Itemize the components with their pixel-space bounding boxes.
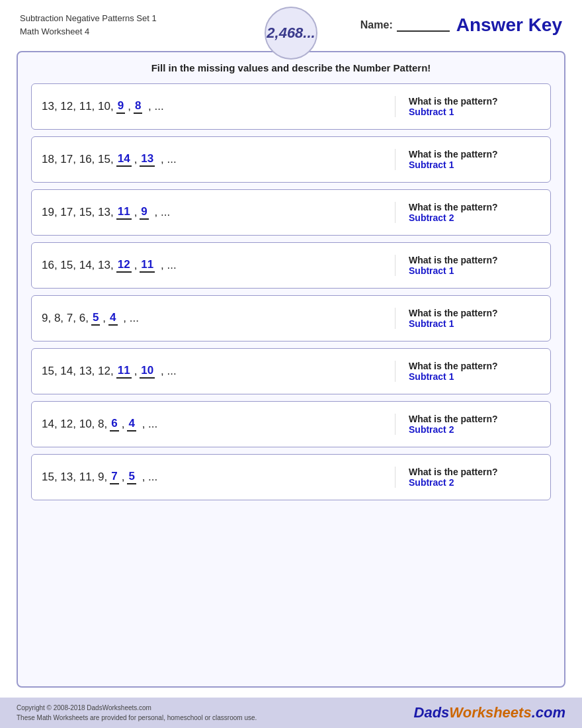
brand-com: .com — [532, 704, 565, 721]
what-is-pattern-5: What is the pattern? — [409, 308, 498, 318]
subtitle2: Math Worksheet 4 — [20, 25, 291, 38]
instructions: Fill in the missing values and describe … — [31, 62, 551, 73]
problem-row-5: 9, 8, 7, 6, 5 , 4 , ... What is the patt… — [31, 295, 551, 341]
answer-part-1: What is the pattern? Subtract 1 — [395, 96, 540, 117]
blank1-2: 14 — [116, 152, 132, 167]
blank2-6: 10 — [140, 364, 155, 379]
suffix-3: , ... — [151, 206, 170, 219]
answer-part-2: What is the pattern? Subtract 1 — [395, 149, 540, 170]
header-right: Name: Answer Key — [291, 15, 562, 36]
blank2-4: 11 — [140, 258, 155, 273]
pattern-answer-7: Subtract 2 — [409, 424, 454, 435]
footer: Copyright © 2008-2018 DadsWorksheets.com… — [0, 698, 582, 728]
blank1-3: 11 — [116, 205, 132, 220]
prefix-3: 19, 17, 15, 13, — [42, 206, 114, 219]
problem-row-3: 19, 17, 15, 13, 11 , 9 , ... What is the… — [31, 189, 551, 236]
blank2-3: 9 — [140, 205, 148, 220]
brand-dads: Dads — [414, 704, 450, 721]
problem-row-2: 18, 17, 16, 15, 14 , 13 , ... What is th… — [31, 136, 551, 183]
comma-4: , — [134, 259, 138, 272]
name-section: Name: — [360, 19, 450, 32]
sequence-4: 16, 15, 14, 13, 12 , 11 , ... — [42, 258, 395, 273]
comma-6: , — [134, 365, 138, 378]
sequence-1: 13, 12, 11, 10, 9 , 8 , ... — [42, 99, 395, 114]
name-line[interactable] — [397, 19, 450, 32]
comma-8: , — [122, 471, 125, 484]
blank2-2: 13 — [140, 152, 155, 167]
pattern-answer-4: Subtract 1 — [409, 265, 454, 276]
blank2-5: 4 — [108, 311, 117, 326]
blank1-5: 5 — [91, 311, 100, 326]
what-is-pattern-7: What is the pattern? — [409, 414, 498, 424]
pattern-answer-3: Subtract 2 — [409, 212, 454, 223]
disclaimer: These Math Worksheets are provided for p… — [17, 713, 257, 723]
problems-container: 13, 12, 11, 10, 9 , 8 , ... What is the … — [31, 83, 551, 500]
sequence-7: 14, 12, 10, 8, 6 , 4 , ... — [42, 417, 395, 432]
copyright: Copyright © 2008-2018 DadsWorksheets.com — [17, 703, 257, 713]
prefix-4: 16, 15, 14, 13, — [42, 259, 114, 272]
pattern-answer-8: Subtract 2 — [409, 477, 454, 488]
pattern-answer-6: Subtract 1 — [409, 371, 454, 382]
comma-1: , — [128, 100, 131, 113]
prefix-2: 18, 17, 16, 15, — [42, 153, 114, 166]
pattern-answer-1: Subtract 1 — [409, 107, 454, 117]
what-is-pattern-3: What is the pattern? — [409, 202, 498, 212]
answer-part-7: What is the pattern? Subtract 2 — [395, 414, 540, 435]
subtitle1: Subtraction Negative Patterns Set 1 — [20, 12, 291, 25]
header-center: 2,468... — [265, 7, 317, 60]
prefix-1: 13, 12, 11, 10, — [42, 100, 114, 113]
answer-part-8: What is the pattern? Subtract 2 — [395, 467, 540, 488]
problem-row-8: 15, 13, 11, 9, 7 , 5 , ... What is the p… — [31, 454, 551, 500]
suffix-8: , ... — [139, 471, 157, 484]
brand-worksheets: Worksheets — [449, 704, 531, 721]
sequence-8: 15, 13, 11, 9, 7 , 5 , ... — [42, 470, 395, 484]
problem-row-1: 13, 12, 11, 10, 9 , 8 , ... What is the … — [31, 83, 551, 130]
page: Subtraction Negative Patterns Set 1 Math… — [0, 0, 582, 728]
answer-part-5: What is the pattern? Subtract 1 — [395, 308, 540, 329]
footer-brand: DadsWorksheets.com — [414, 704, 565, 721]
answer-part-3: What is the pattern? Subtract 2 — [395, 202, 540, 223]
blank1-8: 7 — [110, 470, 118, 484]
prefix-8: 15, 13, 11, 9, — [42, 471, 107, 484]
what-is-pattern-2: What is the pattern? — [409, 149, 498, 159]
what-is-pattern-6: What is the pattern? — [409, 361, 498, 371]
worksheet-title: Subtraction Negative Patterns Set 1 Math… — [20, 12, 291, 38]
answer-part-4: What is the pattern? Subtract 1 — [395, 255, 540, 276]
pattern-answer-5: Subtract 1 — [409, 318, 454, 329]
blank1-6: 11 — [116, 364, 132, 379]
suffix-4: , ... — [157, 259, 176, 272]
comma-3: , — [134, 206, 138, 219]
logo-text: 2,468... — [267, 24, 315, 42]
sequence-5: 9, 8, 7, 6, 5 , 4 , ... — [42, 311, 395, 326]
problem-row-7: 14, 12, 10, 8, 6 , 4 , ... What is the p… — [31, 401, 551, 447]
header-left: Subtraction Negative Patterns Set 1 Math… — [20, 12, 291, 38]
sequence-6: 15, 14, 13, 12, 11 , 10 , ... — [42, 364, 395, 379]
comma-7: , — [122, 418, 125, 431]
pattern-answer-2: Subtract 1 — [409, 159, 454, 170]
suffix-1: , ... — [145, 100, 163, 113]
name-label: Name: — [360, 19, 393, 31]
blank1-1: 9 — [116, 99, 125, 114]
suffix-6: , ... — [157, 365, 176, 378]
blank1-7: 6 — [110, 417, 118, 432]
comma-2: , — [134, 153, 138, 166]
sequence-2: 18, 17, 16, 15, 14 , 13 , ... — [42, 152, 395, 167]
what-is-pattern-8: What is the pattern? — [409, 467, 498, 477]
answer-part-6: What is the pattern? Subtract 1 — [395, 361, 540, 382]
suffix-5: , ... — [120, 312, 139, 325]
what-is-pattern-1: What is the pattern? — [409, 96, 498, 107]
header: Subtraction Negative Patterns Set 1 Math… — [0, 0, 582, 44]
content-area: Fill in the missing values and describe … — [17, 51, 565, 688]
answer-key-label: Answer Key — [456, 15, 562, 36]
what-is-pattern-4: What is the pattern? — [409, 255, 498, 265]
blank2-7: 4 — [127, 417, 136, 432]
prefix-6: 15, 14, 13, 12, — [42, 365, 114, 378]
suffix-7: , ... — [139, 418, 157, 431]
prefix-7: 14, 12, 10, 8, — [42, 418, 107, 431]
footer-left: Copyright © 2008-2018 DadsWorksheets.com… — [17, 703, 257, 723]
comma-5: , — [103, 312, 106, 325]
sequence-3: 19, 17, 15, 13, 11 , 9 , ... — [42, 205, 395, 220]
suffix-2: , ... — [157, 153, 176, 166]
logo-circle: 2,468... — [265, 7, 317, 60]
blank2-8: 5 — [127, 470, 136, 484]
